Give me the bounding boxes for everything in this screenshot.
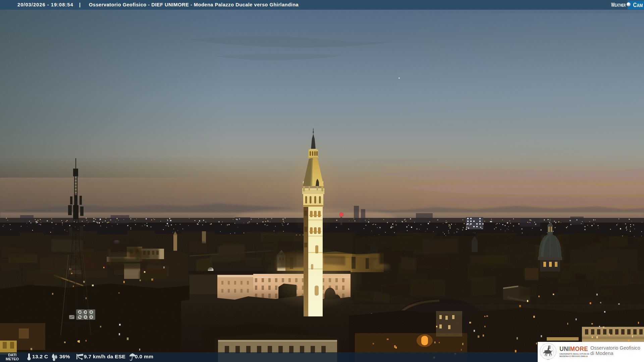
svg-text:1175: 1175	[547, 359, 549, 360]
